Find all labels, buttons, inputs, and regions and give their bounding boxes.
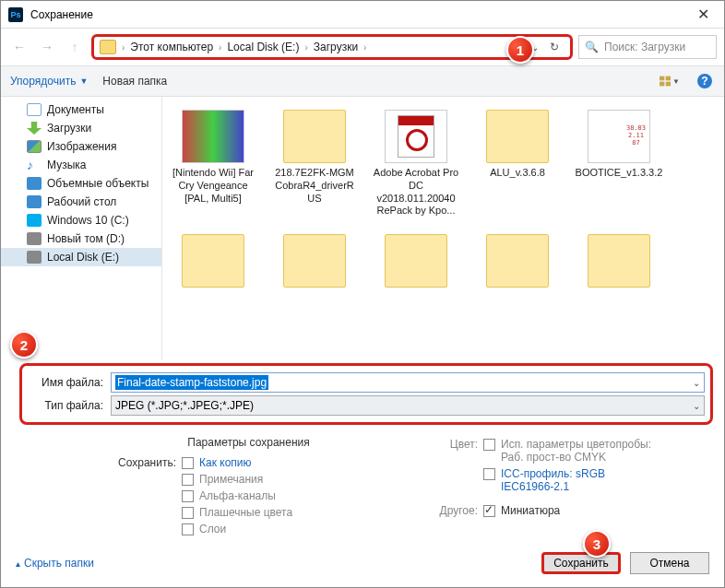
body: ДокументыЗагрузкиИзображения♪МузыкаОбъем… (1, 97, 724, 359)
sidebar-item-label: Загрузки (47, 122, 91, 135)
file-area[interactable]: [Nintendo Wii] Far Cry Vengeance [PAL, M… (162, 97, 724, 359)
file-grid: [Nintendo Wii] Far Cry Vengeance [PAL, M… (166, 106, 720, 221)
toolbar: Упорядочить ▼ Новая папка ▼ ? (1, 65, 724, 97)
bottom-bar: ▴ Скрыть папки Сохранить Отмена (1, 543, 724, 587)
list-item[interactable]: ALU_v.3.6.8 (470, 106, 565, 221)
file-label: Adobe Acrobat Pro DC v2018.011.20040 ReP… (371, 167, 461, 218)
list-item[interactable] (470, 230, 565, 291)
close-icon[interactable]: ✕ (690, 6, 717, 23)
list-item[interactable]: 38.032.1187BOOTICE_v1.3.3.2 (572, 106, 666, 221)
folder-icon (182, 234, 244, 288)
file-thumb (486, 110, 549, 163)
sidebar-item[interactable]: Local Disk (E:) (1, 248, 161, 266)
filename-input[interactable]: Final-date-stamp-faststone.jpg ⌄ (111, 372, 705, 393)
icc-checkbox[interactable] (483, 468, 495, 480)
crumb-disk[interactable]: Local Disk (E:) (223, 41, 303, 53)
doc-icon (27, 103, 42, 116)
sidebar-item[interactable]: Объемные объекты (1, 174, 161, 193)
sidebar-item[interactable]: ♪Музыка (1, 156, 161, 174)
crumb-pc[interactable]: Этот компьютер (126, 41, 217, 53)
mus-icon: ♪ (27, 159, 42, 171)
crumb-dl[interactable]: Загрузки (310, 41, 362, 53)
sidebar-item-label: Музыка (47, 159, 86, 171)
list-item[interactable]: Adobe Acrobat Pro DC v2018.011.20040 ReP… (369, 106, 463, 221)
save-as-label: Сохранить: (112, 456, 176, 469)
photoshop-icon: Ps (8, 7, 23, 22)
organize-label: Упорядочить (10, 75, 76, 88)
color-label: Цвет: (413, 438, 478, 451)
save-options: Параметры сохранения Сохранить:Как копию… (1, 427, 724, 543)
sidebar-item[interactable]: Windows 10 (C:) (1, 211, 161, 229)
search-placeholder: Поиск: Загрузки (604, 41, 685, 53)
proof-checkbox (483, 439, 495, 451)
file-label: ALU_v.3.6.8 (490, 167, 545, 180)
up-icon[interactable]: ↑ (64, 36, 86, 58)
svg-rect-3 (666, 82, 671, 87)
organize-menu[interactable]: Упорядочить ▼ (10, 75, 88, 88)
window-title: Сохранение (30, 8, 690, 21)
sidebar-item[interactable]: Рабочий стол (1, 193, 161, 211)
file-thumb: 38.032.1187 (588, 110, 650, 163)
win-icon (27, 214, 42, 227)
proof-label: Исп. параметры цветопробы: Раб. прост-во… (501, 438, 658, 464)
file-label: [Nintendo Wii] Far Cry Vengeance [PAL, M… (168, 167, 258, 205)
file-thumb (385, 110, 447, 163)
back-icon[interactable]: ← (8, 36, 30, 58)
list-item[interactable]: 218.7E2FK-MGM CobraR4_driverR US (267, 106, 362, 221)
sidebar-item-label: Объемные объекты (47, 177, 149, 190)
3d-icon (27, 177, 42, 190)
filetype-label: Тип файла: (28, 399, 103, 412)
callout-3: 3 (583, 530, 611, 558)
thumb-checkbox[interactable] (483, 505, 495, 517)
list-item[interactable] (267, 230, 362, 291)
file-label: BOOTICE_v1.3.3.2 (576, 167, 663, 180)
sidebar-item-label: Рабочий стол (47, 195, 116, 208)
folder-icon (588, 234, 650, 288)
list-item[interactable] (572, 230, 666, 291)
save-button[interactable]: Сохранить (541, 552, 621, 574)
cancel-button[interactable]: Отмена (630, 552, 709, 574)
sidebar-item[interactable]: Изображения (1, 137, 161, 156)
img-icon (27, 140, 42, 153)
filename-label: Имя файла: (28, 376, 103, 389)
new-folder-button[interactable]: Новая папка (102, 75, 167, 88)
chevron-down-icon: ▼ (79, 76, 88, 86)
svg-rect-1 (666, 76, 671, 81)
folder-icon (486, 234, 549, 288)
filetype-value: JPEG (*.JPG;*.JPEG;*.JPE) (115, 399, 254, 412)
chevron-down-icon[interactable]: ⌄ (693, 401, 700, 411)
hide-folders-label: Скрыть папки (24, 557, 94, 570)
callout-2: 2 (10, 331, 38, 359)
sidebar-item[interactable]: Загрузки (1, 119, 161, 137)
as-copy-checkbox[interactable] (182, 457, 194, 469)
cancel-button-label: Отмена (649, 557, 689, 570)
hide-folders-link[interactable]: ▴ Скрыть папки (16, 557, 94, 570)
filename-area: Имя файла: Final-date-stamp-faststone.jp… (1, 359, 724, 427)
view-icon[interactable]: ▼ (660, 71, 680, 91)
search-input[interactable]: 🔍 Поиск: Загрузки (578, 35, 717, 59)
breadcrumb[interactable]: › Этот компьютер › Local Disk (E:) › Заг… (91, 34, 573, 60)
sidebar-item[interactable]: Документы (1, 100, 161, 119)
dl-icon (27, 122, 42, 135)
list-item[interactable] (166, 230, 260, 291)
titlebar: Ps Сохранение ✕ (1, 1, 724, 29)
icc-label: ICC-профиль: sRGB IEC61966-2.1 (501, 467, 658, 493)
help-icon[interactable]: ? (695, 71, 715, 91)
other-label: Другое: (413, 504, 478, 517)
list-item[interactable]: [Nintendo Wii] Far Cry Vengeance [PAL, M… (166, 106, 260, 221)
chevron-down-icon[interactable]: ⌄ (693, 378, 700, 388)
sidebar-item-label: Local Disk (E:) (47, 251, 119, 264)
list-item[interactable] (369, 230, 463, 291)
sidebar-item-label: Изображения (47, 140, 116, 153)
notes-label: Примечания (199, 473, 263, 486)
svg-text:?: ? (701, 75, 707, 88)
notes-checkbox (182, 474, 194, 486)
search-icon: 🔍 (585, 41, 599, 53)
filetype-select[interactable]: JPEG (*.JPG;*.JPEG;*.JPE) ⌄ (111, 395, 705, 416)
options-heading: Параметры сохранения (112, 436, 386, 449)
save-dialog: 1 2 3 Ps Сохранение ✕ ← → ↑ › Этот компь… (0, 0, 725, 588)
file-thumb (182, 110, 244, 163)
refresh-icon[interactable]: ↻ (544, 41, 565, 53)
sidebar-item[interactable]: Новый том (D:) (1, 229, 161, 248)
layers-checkbox (182, 523, 194, 535)
